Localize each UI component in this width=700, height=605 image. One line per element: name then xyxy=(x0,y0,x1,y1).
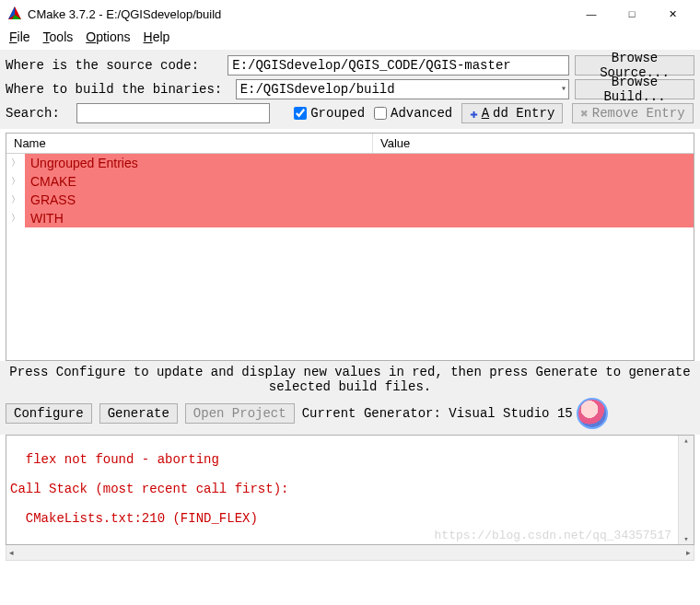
table-row[interactable]: 〉 GRASS xyxy=(6,191,694,209)
menu-help[interactable]: Help xyxy=(144,29,170,44)
titlebar: CMake 3.7.2 - E:/QGISdevelop/build — □ ✕ xyxy=(0,0,700,28)
chevron-right-icon[interactable]: 〉 xyxy=(6,191,25,209)
grouped-checkbox[interactable]: Grouped xyxy=(294,106,365,121)
chevron-right-icon[interactable]: 〉 xyxy=(6,154,25,172)
close-button[interactable]: ✕ xyxy=(652,0,693,28)
build-path-input[interactable] xyxy=(236,79,569,99)
browse-source-button[interactable]: Browse Source... xyxy=(575,55,694,76)
source-path-input[interactable] xyxy=(228,55,569,76)
scroll-up-icon[interactable]: ▴ xyxy=(683,436,688,446)
generator-label: Current Generator: Visual Studio 15 xyxy=(302,406,573,421)
action-bar: Configure Generate Open Project Current … xyxy=(0,396,700,435)
table-row[interactable]: 〉 WITH xyxy=(6,209,694,227)
x-icon: ✖ xyxy=(580,106,588,122)
chevron-right-icon[interactable]: 〉 xyxy=(6,172,25,191)
scroll-left-icon[interactable]: ◂ xyxy=(9,548,14,557)
cache-table: Name Value 〉 Ungrouped Entries 〉 CMAKE 〉… xyxy=(6,133,694,361)
advanced-checkbox-input[interactable] xyxy=(374,107,387,120)
build-label: Where to build the binaries: xyxy=(6,82,230,97)
config-form: Where is the source code: Browse Source.… xyxy=(0,50,700,129)
horizontal-scrollbar[interactable]: ◂ ▸ xyxy=(6,545,694,561)
minimize-button[interactable]: — xyxy=(571,0,612,28)
table-header: Name Value xyxy=(6,134,694,154)
scroll-down-icon[interactable]: ▾ xyxy=(683,534,688,544)
col-value[interactable]: Value xyxy=(373,134,694,153)
window-title: CMake 3.7.2 - E:/QGISdevelop/build xyxy=(28,7,571,21)
search-input[interactable] xyxy=(76,103,270,123)
search-label: Search: xyxy=(6,106,67,121)
plus-icon: ✚ xyxy=(470,106,477,122)
cmake-icon xyxy=(7,6,22,23)
menu-tools[interactable]: Tools xyxy=(43,29,74,44)
menu-file[interactable]: File xyxy=(9,29,30,44)
avatar xyxy=(577,398,608,429)
chevron-right-icon[interactable]: 〉 xyxy=(6,209,25,227)
advanced-checkbox[interactable]: Advanced xyxy=(374,106,452,121)
log-line: Call Stack (most recent call first): xyxy=(10,482,690,496)
open-project-button: Open Project xyxy=(185,403,295,424)
table-row[interactable]: 〉 Ungrouped Entries xyxy=(6,154,694,172)
generate-button[interactable]: Generate xyxy=(99,403,178,424)
grouped-checkbox-input[interactable] xyxy=(294,107,307,120)
scroll-right-icon[interactable]: ▸ xyxy=(686,548,691,557)
browse-build-button[interactable]: Browse Build... xyxy=(575,79,694,99)
log-line: flex not found - aborting xyxy=(10,452,690,467)
table-body[interactable]: 〉 Ungrouped Entries 〉 CMAKE 〉 GRASS 〉 WI… xyxy=(6,154,694,360)
menubar: File Tools Options Help xyxy=(0,28,700,50)
col-name[interactable]: Name xyxy=(6,134,373,153)
vertical-scrollbar[interactable]: ▴▾ xyxy=(678,436,694,544)
source-label: Where is the source code: xyxy=(6,58,222,73)
maximize-button[interactable]: □ xyxy=(612,0,652,28)
log-output[interactable]: flex not found - aborting Call Stack (mo… xyxy=(6,435,694,545)
configure-button[interactable]: Configure xyxy=(6,403,92,424)
hint-text: Press Configure to update and display ne… xyxy=(0,361,700,396)
remove-entry-button: ✖ Remove Entry xyxy=(572,103,693,123)
table-row[interactable]: 〉 CMAKE xyxy=(6,172,694,191)
menu-options[interactable]: Options xyxy=(86,29,130,44)
log-line: CMakeLists.txt:210 (FIND_FLEX) xyxy=(10,511,690,526)
add-entry-button[interactable]: ✚ Add Entry xyxy=(461,103,563,123)
